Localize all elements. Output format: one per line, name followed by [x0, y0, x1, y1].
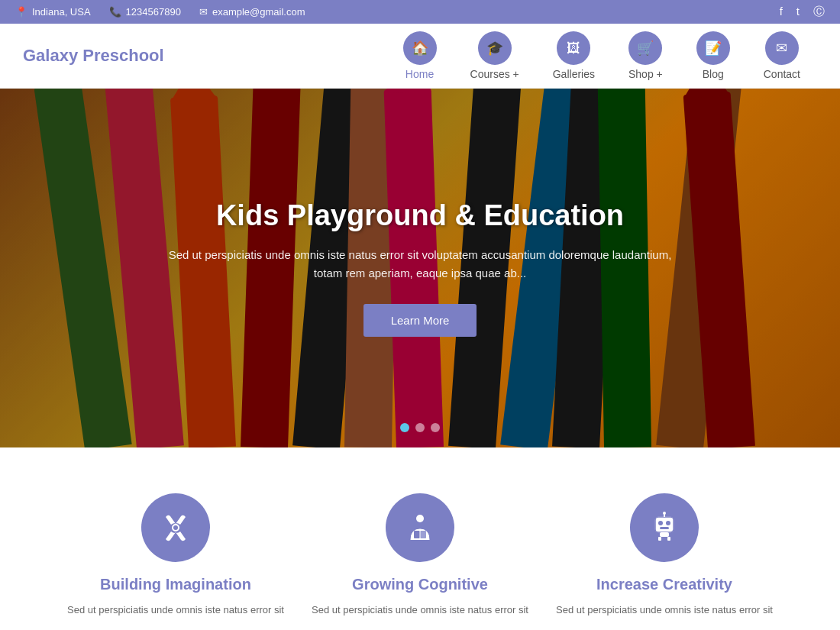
feature-imagination: Building Imagination Sed ut perspiciatis… [61, 493, 290, 619]
nav-galleries-label: Galleries [553, 68, 595, 80]
nav-courses-label: Courses + [470, 68, 519, 80]
location-text: Indiana, USA [32, 6, 91, 18]
creativity-icon [630, 493, 699, 562]
phone-item: 📞 1234567890 [109, 6, 181, 18]
svg-point-9 [666, 521, 670, 525]
nav-home[interactable]: 🏠 Home [386, 31, 454, 80]
svg-rect-15 [667, 537, 670, 541]
nav-shop-label: Shop + [628, 68, 663, 80]
cognitive-title: Growing Cognitive [352, 576, 488, 593]
home-nav-icon: 🏠 [403, 31, 437, 65]
cognitive-desc: Sed ut perspiciatis unde omnis iste natu… [312, 603, 528, 619]
hero-title: Kids Playground & Education [153, 199, 687, 232]
svg-rect-14 [658, 537, 661, 541]
phone-text: 1234567890 [126, 6, 181, 18]
features-section: Building Imagination Sed ut perspiciatis… [0, 447, 840, 630]
hero-dots [400, 423, 440, 432]
nav-contact-label: Contact [764, 68, 800, 80]
location-icon: 📍 [15, 6, 27, 18]
svg-rect-3 [414, 531, 420, 538]
blog-nav-icon: 📝 [696, 31, 730, 65]
email-text: example@gmail.com [212, 6, 305, 18]
svg-rect-13 [660, 532, 669, 537]
svg-point-12 [663, 512, 666, 515]
topbar: 📍 Indiana, USA 📞 1234567890 ✉ example@gm… [0, 0, 840, 24]
email-icon: ✉ [199, 6, 208, 18]
phone-icon: 📞 [109, 6, 121, 18]
dot-1[interactable] [400, 423, 409, 432]
learn-more-button[interactable]: Learn More [363, 304, 477, 337]
cognitive-icon [386, 493, 454, 562]
imagination-title: Building Imagination [100, 576, 251, 593]
facebook-icon[interactable]: f [780, 5, 783, 19]
courses-nav-icon: 🎓 [478, 31, 512, 65]
svg-point-8 [658, 521, 663, 525]
logo: Galaxy Preschool [23, 46, 176, 66]
dot-2[interactable] [415, 423, 425, 432]
imagination-desc: Sed ut perspiciatis unde omnis iste natu… [67, 603, 284, 619]
nav-courses[interactable]: 🎓 Courses + [454, 31, 536, 80]
galleries-nav-icon: 🖼 [557, 31, 590, 65]
location-item: 📍 Indiana, USA [15, 6, 91, 18]
feature-creativity: Increase Creativity Sed ut perspiciatis … [550, 493, 779, 619]
nav-shop[interactable]: 🛒 Shop + [612, 31, 680, 80]
nav-home-label: Home [405, 68, 434, 80]
header: Galaxy Preschool 🏠 Home 🎓 Courses + 🖼 Ga… [0, 24, 840, 89]
nav-galleries[interactable]: 🖼 Galleries [536, 31, 612, 80]
instagram-icon[interactable]: Ⓒ [813, 5, 825, 19]
svg-point-2 [416, 515, 424, 522]
nav-blog[interactable]: 📝 Blog [680, 31, 747, 80]
svg-rect-6 [655, 517, 674, 532]
creativity-desc: Sed ut perspiciatis unde omnis iste natu… [556, 603, 773, 619]
hero-section: Kids Playground & Education Sed ut persp… [0, 89, 840, 447]
svg-rect-10 [660, 527, 669, 529]
imagination-icon [141, 493, 210, 562]
nav-blog-label: Blog [703, 68, 724, 80]
dot-3[interactable] [431, 423, 440, 432]
shop-nav-icon: 🛒 [628, 31, 662, 65]
hero-content: Kids Playground & Education Sed ut persp… [153, 199, 687, 337]
hero-subtitle: Sed ut perspiciatis unde omnis iste natu… [153, 246, 687, 283]
main-nav: 🏠 Home 🎓 Courses + 🖼 Galleries 🛒 Shop + … [386, 31, 817, 80]
creativity-title: Increase Creativity [596, 576, 732, 593]
svg-rect-4 [420, 531, 426, 538]
email-item: ✉ example@gmail.com [199, 6, 305, 18]
twitter-icon[interactable]: t [796, 5, 800, 19]
svg-point-1 [173, 525, 178, 530]
social-links: f t Ⓒ [780, 5, 825, 19]
nav-contact[interactable]: ✉ Contact [747, 31, 817, 80]
contact-nav-icon: ✉ [765, 31, 799, 65]
feature-cognitive: Growing Cognitive Sed ut perspiciatis un… [305, 493, 535, 619]
